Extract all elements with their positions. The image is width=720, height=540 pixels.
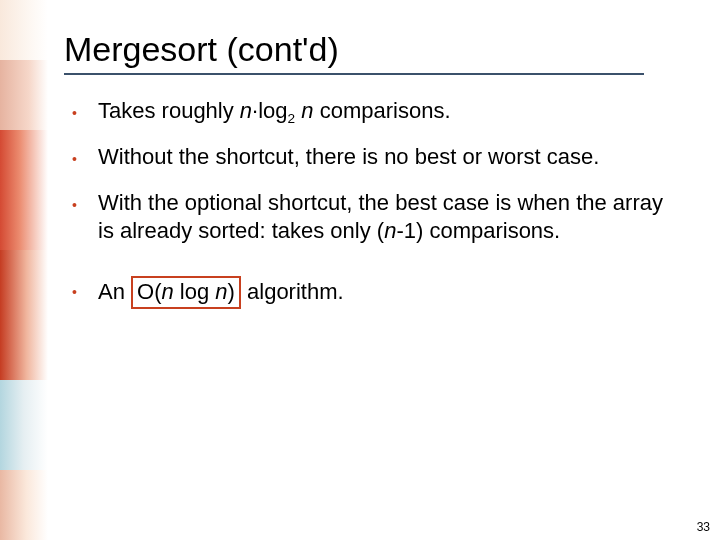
bullet-item: Without the shortcut, there is no best o… xyxy=(64,143,680,171)
bullet-item: With the optional shortcut, the best cas… xyxy=(64,189,680,245)
bullet-text: ·log xyxy=(252,98,287,123)
page-number: 33 xyxy=(697,520,710,534)
sidebar-band xyxy=(0,250,48,380)
sidebar-band xyxy=(0,380,48,470)
sidebar-band xyxy=(0,130,48,250)
sidebar-band xyxy=(0,60,48,130)
slide-title: Mergesort (cont'd) xyxy=(64,30,680,69)
big-o-text: O( xyxy=(137,279,161,304)
bullet-text: comparisons. xyxy=(314,98,451,123)
bullet-text: An xyxy=(98,279,131,304)
bullet-text: Without the shortcut, there is no best o… xyxy=(98,144,599,169)
highlight-box: O(n log n) xyxy=(131,276,241,309)
variable-n: n xyxy=(215,279,227,304)
sidebar-band xyxy=(0,470,48,540)
variable-n: n xyxy=(384,218,396,243)
variable-n: n xyxy=(301,98,313,123)
bullet-list: Takes roughly n·log2 n comparisons. With… xyxy=(64,97,680,309)
bullet-text: -1) comparisons. xyxy=(396,218,560,243)
bullet-item: An O(n log n) algorithm. xyxy=(64,276,680,309)
sidebar-band xyxy=(0,0,48,60)
title-underline xyxy=(64,73,644,75)
bullet-text: algorithm. xyxy=(241,279,344,304)
variable-n: n xyxy=(161,279,173,304)
variable-n: n xyxy=(240,98,252,123)
decorative-sidebar xyxy=(0,0,48,540)
bullet-item: Takes roughly n·log2 n comparisons. xyxy=(64,97,680,125)
big-o-text: log xyxy=(174,279,216,304)
bullet-text: With the optional shortcut, the best cas… xyxy=(98,190,663,243)
slide-content: Mergesort (cont'd) Takes roughly n·log2 … xyxy=(64,30,680,327)
bullet-text: Takes roughly xyxy=(98,98,240,123)
big-o-text: ) xyxy=(228,279,235,304)
